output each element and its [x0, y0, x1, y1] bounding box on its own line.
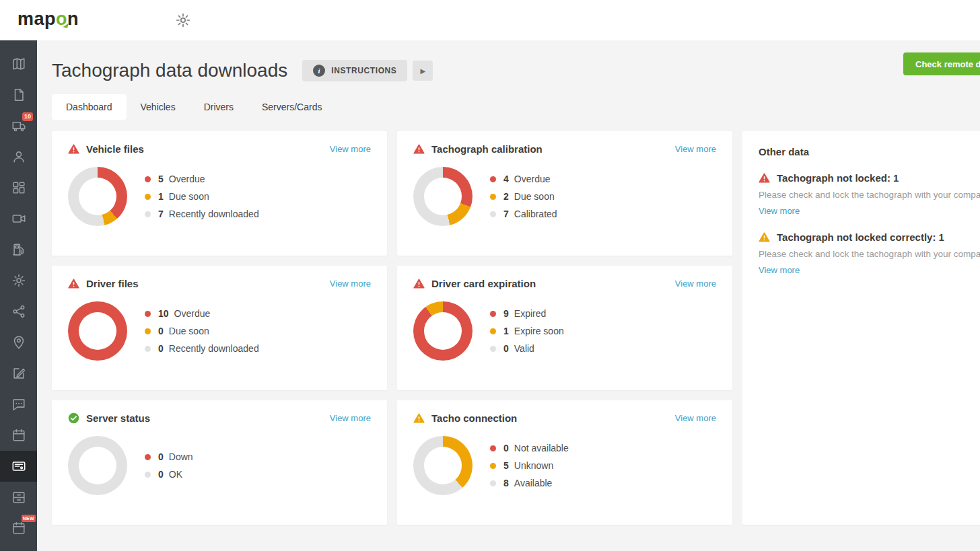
- view-more-link[interactable]: View more: [330, 279, 371, 289]
- legend-item: 0Valid: [490, 343, 564, 354]
- tab-vehicles[interactable]: Vehicles: [127, 94, 190, 120]
- legend-dot-gray: [145, 472, 151, 478]
- legend-value: 10: [158, 308, 169, 319]
- play-button[interactable]: ▶: [413, 61, 433, 81]
- view-more-link[interactable]: View more: [675, 413, 716, 423]
- legend-item: 0Down: [145, 451, 193, 462]
- legend-dot-gray: [490, 211, 496, 217]
- check-remote-downloads-button[interactable]: Check remote downloads: [903, 52, 980, 75]
- logo-text: map: [18, 9, 56, 29]
- sidebar-item-tachograph[interactable]: [0, 451, 37, 482]
- instructions-button[interactable]: i INSTRUCTIONS: [302, 60, 407, 81]
- chat-icon: [11, 397, 26, 412]
- check-circle-icon: [68, 412, 79, 424]
- other-data-alert: Tachograph not locked correctly: 1Please…: [759, 231, 980, 276]
- dashboard-grid: Vehicle filesView more5Overdue1Due soon7…: [52, 131, 980, 525]
- sidebar-item-pin[interactable]: [0, 327, 37, 358]
- legend-value: 0: [158, 343, 164, 354]
- legend-value: 0: [503, 343, 509, 354]
- card-title: Tacho connection: [431, 412, 517, 424]
- legend-value: 1: [503, 326, 509, 336]
- legend-label: Unknown: [514, 460, 553, 471]
- gear-icon[interactable]: [175, 12, 191, 28]
- sidebar-item-gear[interactable]: [0, 265, 37, 296]
- camera-icon: [11, 211, 26, 226]
- legend-label: Recently downloaded: [169, 343, 259, 354]
- view-more-link[interactable]: View more: [759, 265, 800, 275]
- card-title: Driver files: [86, 278, 139, 289]
- legend-value: 9: [503, 308, 509, 319]
- sidebar-item-share[interactable]: [0, 296, 37, 327]
- card-title: Driver card expiration: [431, 278, 536, 289]
- dashboard-card: Driver card expirationView more9Expired1…: [397, 266, 732, 390]
- sidebar-item-camera[interactable]: [0, 203, 37, 234]
- legend-item: 1Due soon: [145, 191, 259, 202]
- archive-icon: [11, 490, 26, 505]
- view-more-link[interactable]: View more: [330, 413, 371, 423]
- tab-bar: DashboardVehiclesDriversServers/Cards: [52, 94, 980, 120]
- view-more-link[interactable]: View more: [675, 144, 716, 154]
- legend-dot-red: [145, 454, 151, 460]
- legend-label: Due soon: [169, 326, 209, 336]
- legend-dot-yellow: [145, 194, 151, 200]
- alert-title: Tachograph not locked: 1: [777, 172, 899, 184]
- view-more-link[interactable]: View more: [330, 144, 371, 154]
- legend-value: 5: [503, 460, 509, 471]
- info-icon: i: [313, 65, 325, 77]
- notification-badge: 10: [22, 112, 33, 121]
- legend-label: Down: [169, 451, 193, 462]
- warning-triangle-icon: [413, 144, 425, 154]
- legend-value: 5: [158, 174, 164, 184]
- legend-value: 0: [158, 326, 164, 336]
- mapon-logo[interactable]: mapon: [18, 9, 79, 30]
- sidebar-item-user[interactable]: [0, 141, 37, 172]
- warning-triangle-icon: [759, 232, 770, 242]
- dashboard-icon: [11, 180, 26, 195]
- sidebar-item-fuel[interactable]: [0, 234, 37, 265]
- sidebar-item-map[interactable]: [0, 48, 37, 79]
- user-icon: [11, 149, 26, 164]
- new-tag: NEW: [22, 515, 36, 522]
- card-title: Tachograph calibration: [431, 143, 542, 155]
- donut-chart: [413, 167, 473, 226]
- card-title: Server status: [86, 412, 150, 424]
- sidebar-item-edit[interactable]: [0, 358, 37, 389]
- donut-chart: [413, 436, 473, 495]
- legend-value: 1: [158, 191, 164, 202]
- sidebar-item-truck[interactable]: 10: [0, 110, 37, 141]
- legend-value: 0: [503, 443, 509, 453]
- legend-dot-gray: [490, 346, 496, 352]
- legend-item: 7Recently downloaded: [145, 209, 259, 219]
- legend-dot-red: [490, 445, 496, 451]
- view-more-link[interactable]: View more: [675, 279, 716, 289]
- sidebar-item-chat[interactable]: [0, 389, 37, 420]
- dashboard-card: Tacho connectionView more0Not available5…: [397, 400, 732, 525]
- sidebar-item-calendar-new[interactable]: NEW: [0, 513, 37, 544]
- legend-label: Available: [514, 478, 553, 488]
- legend-label: Due soon: [169, 191, 209, 202]
- dashboard-card: Server statusView more0Down0OK: [52, 400, 387, 525]
- legend-value: 7: [503, 209, 509, 219]
- calendar-new-icon: [11, 521, 26, 536]
- sidebar-item-archive[interactable]: [0, 482, 37, 513]
- sidebar-item-calendar[interactable]: [0, 420, 37, 451]
- sidebar-item-file[interactable]: [0, 79, 37, 110]
- card-column-right: Tachograph calibrationView more4Overdue2…: [397, 131, 732, 525]
- tab-dashboard[interactable]: Dashboard: [52, 94, 127, 120]
- warning-triangle-icon: [68, 144, 79, 154]
- tab-drivers[interactable]: Drivers: [190, 94, 248, 120]
- map-icon: [11, 57, 26, 71]
- sidebar-item-dashboard[interactable]: [0, 172, 37, 203]
- page-title: Tachograph data downloads: [52, 60, 287, 81]
- view-more-link[interactable]: View more: [759, 206, 800, 216]
- sidebar: 10NEW: [0, 40, 37, 551]
- legend-label: Calibrated: [514, 209, 557, 219]
- legend-dot-red: [490, 311, 496, 317]
- fuel-icon: [11, 242, 26, 257]
- warning-triangle-icon: [413, 413, 425, 423]
- tab-servers-cards[interactable]: Servers/Cards: [248, 94, 336, 120]
- legend: 5Overdue1Due soon7Recently downloaded: [145, 174, 259, 219]
- legend-label: Valid: [514, 343, 534, 354]
- legend-label: Expired: [514, 308, 546, 319]
- legend-item: 2Due soon: [490, 191, 557, 202]
